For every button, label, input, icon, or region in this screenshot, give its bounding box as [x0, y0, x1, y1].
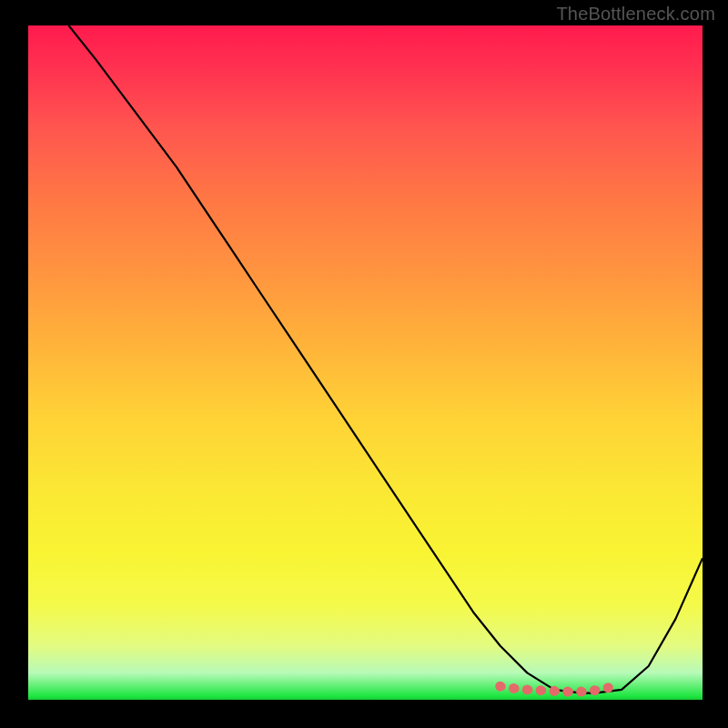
chart-svg [28, 25, 703, 700]
series-group [69, 25, 703, 697]
bottleneck-curve-path [69, 25, 703, 693]
plot-area [28, 25, 703, 700]
chart-frame: TheBottleneck.com [0, 0, 728, 728]
watermark-text: TheBottleneck.com [556, 4, 715, 25]
optimal-range-dot [603, 682, 613, 693]
